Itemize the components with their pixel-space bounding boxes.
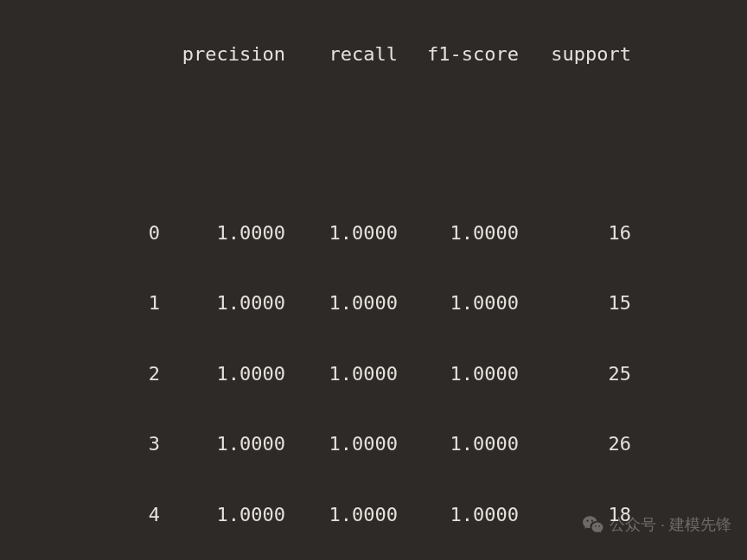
classification-report: precision recall f1-score support 0 1.00… xyxy=(0,0,747,560)
class-row: 0 1.0000 1.0000 1.0000 16 xyxy=(0,217,747,250)
class-recall: 1.0000 xyxy=(285,294,398,313)
class-f1: 1.0000 xyxy=(398,365,519,384)
watermark: 公众号 · 建模先锋 xyxy=(582,513,731,536)
class-recall: 1.0000 xyxy=(285,506,398,525)
class-support: 15 xyxy=(519,294,631,313)
class-recall: 1.0000 xyxy=(285,224,398,243)
class-support: 25 xyxy=(519,365,631,384)
class-support: 16 xyxy=(519,224,631,243)
class-label: 1 xyxy=(0,294,160,313)
watermark-text: 公众号 · 建模先锋 xyxy=(610,517,731,532)
header-recall: recall xyxy=(285,45,398,64)
class-row: 3 1.0000 1.0000 1.0000 26 xyxy=(0,429,747,461)
class-recall: 1.0000 xyxy=(285,435,398,454)
class-precision: 1.0000 xyxy=(160,506,285,525)
header-row: precision recall f1-score support xyxy=(0,38,747,71)
header-precision: precision xyxy=(160,45,285,64)
class-f1: 1.0000 xyxy=(398,435,519,454)
class-precision: 1.0000 xyxy=(160,365,285,384)
class-row: 2 1.0000 1.0000 1.0000 25 xyxy=(0,358,747,391)
class-label: 0 xyxy=(0,224,160,243)
class-precision: 1.0000 xyxy=(160,224,285,243)
class-support: 26 xyxy=(519,435,631,454)
class-label: 2 xyxy=(0,365,160,384)
class-precision: 1.0000 xyxy=(160,435,285,454)
class-label: 4 xyxy=(0,506,160,525)
header-f1: f1-score xyxy=(398,45,519,64)
class-row: 1 1.0000 1.0000 1.0000 15 xyxy=(0,288,747,321)
class-f1: 1.0000 xyxy=(398,506,519,525)
spacer-row xyxy=(0,128,747,161)
class-precision: 1.0000 xyxy=(160,294,285,313)
header-support: support xyxy=(519,45,631,64)
class-recall: 1.0000 xyxy=(285,365,398,384)
class-f1: 1.0000 xyxy=(398,224,519,243)
wechat-icon xyxy=(582,513,604,536)
class-f1: 1.0000 xyxy=(398,294,519,313)
class-label: 3 xyxy=(0,435,160,454)
